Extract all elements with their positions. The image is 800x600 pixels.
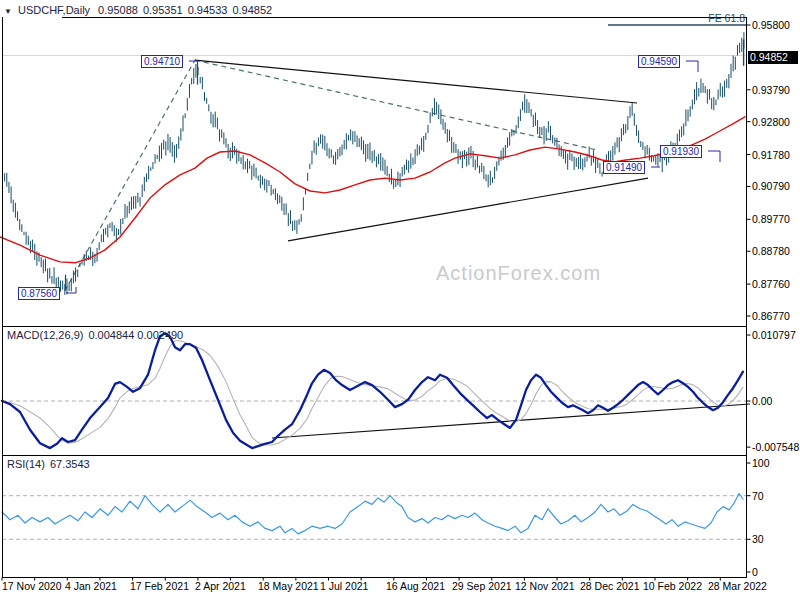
rsi-line: [2, 494, 743, 534]
macd-pane-header: MACD(12,26,9)0.004844 0.002490: [7, 329, 188, 341]
quote-low: 0.94533: [188, 4, 228, 16]
macd-signal-line: [2, 341, 743, 445]
quote-open: 0.95088: [98, 4, 138, 16]
symbol-dropdown-icon[interactable]: ▼: [4, 7, 12, 16]
trendline-solid: [195, 60, 637, 103]
price-level-callout: 0.94590: [638, 55, 680, 68]
rsi-title: RSI(14): [7, 458, 45, 470]
current-price-badge: 0.94852: [748, 51, 798, 64]
chart-canvas: [0, 0, 800, 600]
fibonacci-extension-label: FE 61.8: [690, 12, 745, 24]
quote-close: 0.94852: [232, 4, 272, 16]
rsi-pane-header: RSI(14)67.3543: [7, 458, 95, 470]
price-level-callout: 0.87560: [18, 287, 60, 300]
trendline-dashed: [195, 60, 597, 150]
macd-title: MACD(12,26,9): [7, 329, 83, 341]
trendline-solid: [288, 178, 648, 241]
moving-average-line: [0, 117, 745, 263]
chart-header: ▼ USDCHF,Daily0.950880.953510.945330.948…: [4, 4, 277, 16]
quote-high: 0.95351: [143, 4, 183, 16]
price-level-callout: 0.91930: [660, 145, 702, 158]
rsi-value: 67.3543: [50, 458, 90, 470]
forex-chart-window: ActionForex.com ▼ USDCHF,Daily0.950880.9…: [0, 0, 800, 600]
price-level-callout: 0.91490: [603, 161, 645, 174]
macd-values: 0.004844 0.002490: [88, 329, 183, 341]
price-level-callout: 0.94710: [141, 55, 183, 68]
symbol-label: USDCHF,Daily: [18, 4, 90, 16]
